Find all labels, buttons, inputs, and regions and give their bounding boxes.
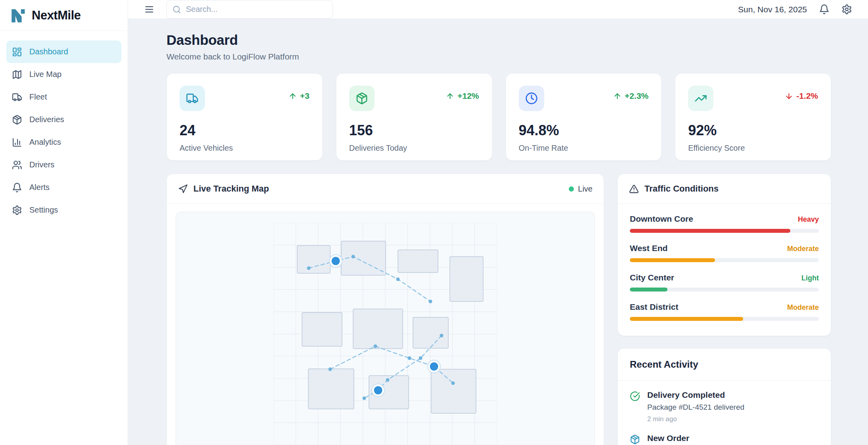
menu-button[interactable] (144, 4, 155, 15)
sidebar-item-label: Live Map (29, 70, 61, 79)
package-icon (349, 86, 375, 111)
traffic-status: Light (801, 274, 819, 282)
check-circle-icon (630, 391, 640, 401)
sidebar-item-deliveries[interactable]: Deliveries (6, 108, 121, 131)
sidebar-item-label: Fleet (29, 92, 47, 102)
map-building (431, 369, 476, 413)
bell-icon (819, 4, 830, 15)
map-building (413, 317, 448, 348)
search-box (166, 0, 333, 19)
brand: NextMile (0, 0, 128, 31)
app-root: NextMile Dashboard Live Map Fleet Delive… (0, 0, 868, 445)
search-input[interactable] (166, 0, 333, 19)
sidebar-item-dashboard[interactable]: Dashboard (6, 40, 121, 63)
sidebar-item-fleet[interactable]: Fleet (6, 86, 121, 108)
traffic-zone-name: Downtown Core (630, 214, 693, 224)
vehicle-marker[interactable] (374, 386, 382, 395)
sidebar-item-settings[interactable]: Settings (6, 199, 121, 221)
map-waypoint (386, 378, 390, 382)
map-waypoint (329, 368, 332, 371)
sidebar-item-analytics[interactable]: Analytics (6, 131, 121, 153)
search-icon (172, 5, 181, 14)
traffic-zone-name: West End (630, 244, 667, 253)
stat-card-deliveries-today: +12% 156 Deliveries Today (336, 73, 492, 161)
traffic-status: Heavy (798, 215, 819, 224)
activity-card-title: Recent Activity (630, 359, 698, 370)
sidebar-item-alerts[interactable]: Alerts (6, 176, 121, 199)
sidebar-nav: Dashboard Live Map Fleet Deliveries Anal… (0, 31, 128, 221)
traffic-card-title: Traffic Conditions (644, 184, 719, 194)
map-building (398, 250, 438, 272)
bell-icon (12, 182, 22, 193)
stat-value: 156 (349, 122, 479, 139)
traffic-zone-name: City Center (630, 273, 674, 282)
map-waypoint (419, 357, 423, 360)
stat-label: Deliveries Today (349, 144, 479, 153)
vehicle-marker[interactable] (430, 363, 438, 371)
page-title: Dashboard (166, 32, 831, 48)
activity-item-delivery-completed: Delivery Completed Package #DL-4521 deli… (630, 390, 819, 423)
stat-delta: -1.2% (785, 91, 818, 101)
map-waypoint (451, 382, 455, 385)
current-date: Sun, Nov 16, 2025 (738, 5, 807, 14)
sidebar-item-live-map[interactable]: Live Map (6, 63, 121, 86)
traffic-row-east-district: East District Moderate (630, 302, 819, 321)
stat-card-active-vehicles: +3 24 Active Vehicles (166, 73, 323, 161)
traffic-bar (630, 317, 819, 321)
stat-label: Efficiency Score (688, 144, 818, 153)
bar-chart-icon (12, 137, 22, 148)
truck-icon (180, 86, 205, 111)
topbar: Sun, Nov 16, 2025 (128, 0, 868, 19)
main-area: Sun, Nov 16, 2025 Dashboard Welcome back… (128, 0, 868, 445)
stat-value: 24 (180, 122, 310, 139)
vehicle-marker[interactable] (332, 257, 340, 265)
map-building (308, 369, 354, 409)
recent-activity-card: Recent Activity Delivery Completed Packa… (618, 348, 831, 445)
stat-delta: +3 (289, 91, 310, 101)
sidebar-item-label: Dashboard (29, 47, 68, 56)
map-waypoint (440, 334, 444, 338)
live-tracking-map-card: Live Tracking Map Live (166, 174, 604, 445)
sidebar-item-label: Alerts (29, 183, 50, 192)
arrow-up-icon (446, 92, 454, 100)
brand-name: NextMile (32, 8, 80, 23)
stat-delta: +12% (446, 91, 479, 101)
map-waypoint (429, 300, 432, 303)
activity-item-time: 2 min ago (647, 415, 744, 423)
map-waypoint (408, 357, 411, 360)
map-waypoint (374, 345, 377, 348)
notifications-button[interactable] (819, 4, 830, 15)
sidebar-item-drivers[interactable]: Drivers (6, 153, 121, 176)
traffic-status: Moderate (787, 245, 819, 253)
stat-label: On-Time Rate (519, 144, 649, 153)
activity-item-new-order: New Order Order #DL-4522 assigned (630, 433, 819, 445)
traffic-row-west-end: West End Moderate (630, 244, 819, 262)
settings-button[interactable] (841, 4, 852, 15)
tracking-map (176, 212, 595, 445)
nextmile-logo-icon (10, 7, 26, 24)
live-dot-icon (569, 186, 574, 192)
map-building (297, 246, 330, 273)
map-card-title: Live Tracking Map (193, 184, 269, 194)
stat-card-on-time-rate: +2.3% 94.8% On-Time Rate (506, 73, 662, 161)
sidebar: NextMile Dashboard Live Map Fleet Delive… (0, 0, 128, 445)
map-icon (12, 69, 22, 80)
arrow-up-icon (613, 92, 621, 100)
page-subtitle: Welcome back to LogiFlow Platform (166, 52, 831, 61)
traffic-zone-name: East District (630, 302, 679, 312)
stat-value: 94.8% (519, 122, 649, 139)
gear-icon (12, 205, 22, 215)
map-waypoint (363, 397, 366, 400)
gear-icon (841, 4, 852, 15)
sidebar-item-label: Deliveries (29, 115, 64, 124)
traffic-bar (630, 258, 819, 262)
package-icon (630, 434, 640, 445)
alert-triangle-icon (629, 184, 639, 194)
traffic-row-downtown-core: Downtown Core Heavy (630, 214, 819, 233)
sidebar-item-label: Analytics (29, 138, 61, 147)
traffic-conditions-card: Traffic Conditions Downtown Core Heavy (618, 174, 831, 336)
traffic-status: Moderate (787, 303, 819, 312)
truck-icon (12, 92, 22, 102)
traffic-bar (630, 288, 819, 292)
traffic-bar (630, 229, 819, 233)
